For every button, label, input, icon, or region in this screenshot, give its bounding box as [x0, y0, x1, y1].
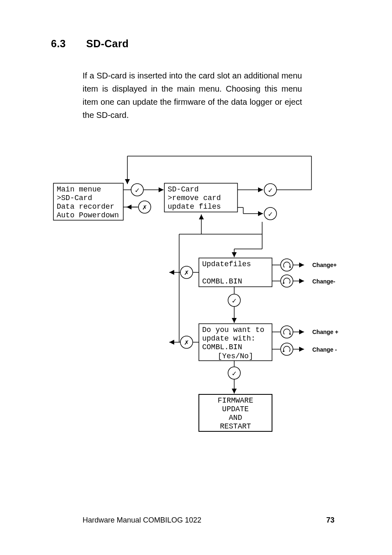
confirm-line2: update with:: [202, 334, 256, 343]
main-menu-line2: >SD-Card: [57, 194, 92, 202]
svg-text:✓: ✓: [268, 210, 273, 219]
label-change-plus: Change+: [312, 262, 337, 268]
sdcard-line2: >remove card: [168, 194, 221, 202]
sdcard-line1: SD-Card: [168, 185, 199, 193]
main-menu-line1: Main menue: [57, 185, 101, 193]
updatefiles-line2: COMBL.BIN: [202, 277, 242, 286]
svg-text:✗: ✗: [184, 269, 189, 277]
section-number: 6.3: [51, 38, 66, 50]
final-line1: FIRMWARE: [218, 396, 253, 405]
final-line3: AND: [229, 414, 242, 422]
confirm-line3: COMBL.BIN: [202, 343, 242, 351]
section-title: SD-Card: [86, 38, 129, 49]
final-line4: RESTART: [220, 422, 251, 431]
label-change-plus-2: Change +: [312, 329, 338, 335]
flowchart: Main menue >SD-Card Data recorder Auto P…: [49, 152, 349, 448]
svg-text:✓: ✓: [268, 187, 273, 195]
svg-text:✓: ✓: [232, 297, 237, 305]
section-heading: 6.3 SD-Card: [51, 38, 129, 50]
final-line2: UPDATE: [222, 405, 249, 413]
sdcard-line3: update files: [168, 203, 221, 211]
body-paragraph: If a SD-card is inserted into the card s…: [83, 69, 302, 122]
updatefiles-line1: Updatefiles: [202, 260, 251, 268]
svg-text:✓: ✓: [135, 187, 140, 195]
rotate-cw-icon: [281, 326, 293, 338]
rotate-ccw-icon: [281, 275, 293, 287]
footer-text: Hardware Manual COMBILOG 1022: [83, 516, 201, 525]
confirm-line1: Do you want to: [202, 326, 264, 334]
svg-text:✗: ✗: [143, 203, 147, 212]
page-number: 73: [326, 516, 334, 525]
rotate-ccw-icon: [281, 343, 293, 355]
label-change-minus: Change-: [312, 278, 335, 285]
main-menu-line4: Auto Powerdown: [57, 211, 119, 219]
rotate-cw-icon: [281, 259, 293, 271]
confirm-line4: [Yes/No]: [218, 352, 253, 360]
main-menu-line3: Data recorder: [57, 203, 114, 211]
svg-text:✗: ✗: [184, 339, 189, 347]
svg-text:✓: ✓: [232, 370, 237, 378]
label-change-minus-2: Change -: [312, 346, 337, 353]
